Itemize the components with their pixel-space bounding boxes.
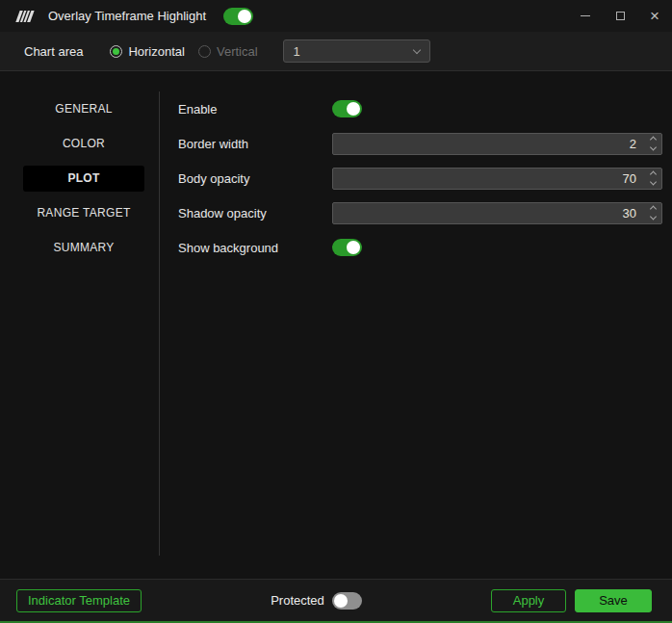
app-logo-icon xyxy=(13,10,36,23)
form-row-show-background: Show background xyxy=(178,230,662,265)
spinner-up-icon[interactable] xyxy=(650,170,657,177)
radio-vertical-label: Vertical xyxy=(217,44,258,59)
radio-horizontal-label: Horizontal xyxy=(128,44,185,59)
toggle-knob xyxy=(347,102,360,116)
spinner-down-icon[interactable] xyxy=(650,178,657,185)
title-bar: Overlay Timeframe Highlight × xyxy=(0,0,672,32)
border-width-input[interactable] xyxy=(332,133,662,155)
spinner-icon[interactable] xyxy=(651,172,656,185)
body-opacity-field xyxy=(332,168,662,190)
plot-settings-panel: Enable Border width Body opacity xyxy=(160,71,672,579)
sidebar-item-range-target[interactable]: RANGE TARGET xyxy=(23,200,144,226)
body-opacity-label: Body opacity xyxy=(178,171,332,186)
dialog-window: Overlay Timeframe Highlight × Chart area… xyxy=(0,0,672,623)
radio-horizontal[interactable]: Horizontal xyxy=(110,44,185,59)
spinner-icon[interactable] xyxy=(651,207,656,220)
chart-area-select-value: 1 xyxy=(294,44,300,59)
shadow-opacity-field xyxy=(332,202,662,224)
save-button[interactable]: Save xyxy=(575,589,652,612)
maximize-icon xyxy=(616,12,625,20)
border-width-label: Border width xyxy=(178,137,332,151)
radio-dot-icon xyxy=(113,48,119,55)
protected-label: Protected xyxy=(271,593,324,608)
footer-bar: Indicator Template Protected Apply Save xyxy=(0,579,672,621)
protected-toggle[interactable] xyxy=(332,592,362,610)
toggle-knob xyxy=(334,594,348,608)
minimize-icon xyxy=(581,15,590,16)
apply-button[interactable]: Apply xyxy=(491,589,566,612)
spinner-up-icon[interactable] xyxy=(650,205,657,212)
sidebar-item-color[interactable]: COLOR xyxy=(23,131,144,157)
show-background-toggle[interactable] xyxy=(332,239,362,256)
form-row-border-width: Border width xyxy=(178,126,662,161)
sidebar-item-plot[interactable]: PLOT xyxy=(23,166,144,192)
form-row-body-opacity: Body opacity xyxy=(178,161,662,195)
close-button[interactable]: × xyxy=(637,0,672,32)
form-row-enable: Enable xyxy=(178,91,662,126)
indicator-template-button[interactable]: Indicator Template xyxy=(16,589,142,612)
close-icon: × xyxy=(650,8,659,24)
spinner-down-icon[interactable] xyxy=(650,213,657,220)
border-width-field xyxy=(332,133,662,155)
chart-area-toolbar: Chart area Horizontal Vertical 1 xyxy=(0,32,672,71)
radio-ring-icon xyxy=(198,45,211,58)
indicator-enabled-toggle[interactable] xyxy=(223,8,253,25)
content-area: GENERAL COLOR PLOT RANGE TARGET SUMMARY … xyxy=(0,71,672,579)
radio-vertical[interactable]: Vertical xyxy=(198,44,258,59)
minimize-button[interactable] xyxy=(568,0,603,32)
radio-ring-icon xyxy=(110,45,122,58)
enable-label: Enable xyxy=(178,102,332,117)
form-row-shadow-opacity: Shadow opacity xyxy=(178,195,662,230)
chart-area-label: Chart area xyxy=(24,44,83,59)
chart-area-select[interactable]: 1 xyxy=(283,39,430,63)
body-opacity-input[interactable] xyxy=(332,168,662,190)
shadow-opacity-input[interactable] xyxy=(332,202,662,224)
window-title: Overlay Timeframe Highlight xyxy=(48,9,206,23)
maximize-button[interactable] xyxy=(603,0,637,32)
spinner-up-icon[interactable] xyxy=(650,136,657,143)
protected-group: Protected xyxy=(142,592,491,610)
settings-sidebar: GENERAL COLOR PLOT RANGE TARGET SUMMARY xyxy=(0,71,160,579)
toggle-knob xyxy=(347,241,360,254)
sidebar-item-summary[interactable]: SUMMARY xyxy=(23,235,144,261)
toggle-knob xyxy=(238,10,251,23)
enable-toggle[interactable] xyxy=(332,100,362,117)
show-background-label: Show background xyxy=(178,241,332,255)
spinner-icon[interactable] xyxy=(651,138,656,150)
sidebar-item-general[interactable]: GENERAL xyxy=(23,96,144,122)
chevron-down-icon xyxy=(412,45,420,53)
spinner-down-icon[interactable] xyxy=(650,143,657,150)
shadow-opacity-label: Shadow opacity xyxy=(178,206,332,221)
